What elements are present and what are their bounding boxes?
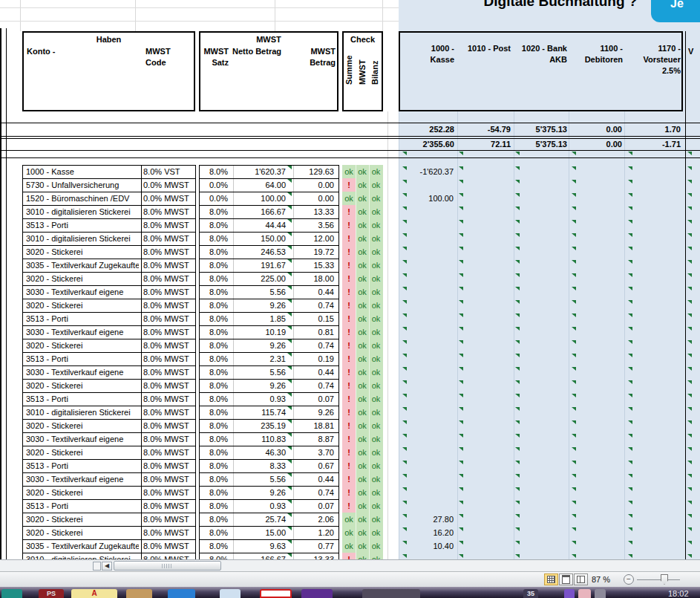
- mwst-code-cell[interactable]: 0.0% MWST: [143, 192, 194, 205]
- netto-betrag-cell[interactable]: 225.00: [223, 273, 286, 285]
- mwst-code-cell[interactable]: 8.0% MWST: [143, 299, 194, 312]
- konto-cell[interactable]: 1000 - Kasse: [26, 166, 139, 178]
- check-mwst-cell[interactable]: ok: [356, 553, 369, 559]
- netto-betrag-cell[interactable]: 9.26: [223, 339, 286, 352]
- mwst-betrag-cell[interactable]: 0.74: [282, 299, 334, 312]
- konto-cell[interactable]: 3020 - Stickerei: [26, 420, 139, 432]
- check-summe-cell[interactable]: !: [342, 218, 356, 232]
- check-bilanz-cell[interactable]: ok: [369, 285, 383, 299]
- check-bilanz-cell[interactable]: ok: [369, 245, 383, 259]
- check-bilanz-cell[interactable]: ok: [369, 392, 383, 406]
- check-summe-cell[interactable]: !: [342, 365, 356, 379]
- tab-split-handle[interactable]: [93, 562, 101, 571]
- konto-cell[interactable]: 3030 - Textilverkauf eigene: [26, 326, 139, 339]
- netto-betrag-cell[interactable]: 0.93: [223, 393, 286, 406]
- check-mwst-cell[interactable]: ok: [356, 205, 369, 218]
- netto-betrag-cell[interactable]: 166.67: [223, 206, 286, 218]
- mwst-code-cell[interactable]: 8.0% MWST: [143, 460, 194, 472]
- check-mwst-cell[interactable]: ok: [356, 432, 369, 446]
- check-summe-cell[interactable]: !: [342, 272, 356, 285]
- mwst-code-cell[interactable]: 8.0% MWST: [143, 313, 194, 325]
- netto-betrag-cell[interactable]: 44.44: [223, 219, 286, 232]
- mwst-betrag-cell[interactable]: 13.33: [282, 206, 334, 218]
- konto-cell[interactable]: 3010 - digitalisieren Stickerei: [26, 406, 139, 419]
- mwst-code-cell[interactable]: 8.0% MWST: [143, 487, 194, 499]
- check-mwst-cell[interactable]: ok: [356, 259, 369, 272]
- check-bilanz-cell[interactable]: ok: [369, 419, 383, 432]
- check-bilanz-cell[interactable]: ok: [369, 312, 383, 325]
- check-summe-cell[interactable]: !: [342, 446, 356, 459]
- check-summe-cell[interactable]: !: [342, 299, 356, 312]
- netto-betrag-cell[interactable]: 2.31: [223, 353, 286, 365]
- check-bilanz-cell[interactable]: ok: [369, 499, 383, 513]
- netto-betrag-cell[interactable]: 246.53: [223, 246, 286, 259]
- check-summe-cell[interactable]: !: [342, 352, 356, 365]
- check-summe-cell[interactable]: !: [342, 245, 356, 259]
- check-mwst-cell[interactable]: ok: [356, 513, 369, 526]
- konto-cell[interactable]: 3020 - Stickerei: [26, 246, 139, 259]
- active-app-button[interactable]: A: [71, 589, 117, 598]
- mwst-betrag-cell[interactable]: 13.33: [282, 553, 334, 559]
- mwst-betrag-cell[interactable]: 18.81: [282, 420, 334, 432]
- check-summe-cell[interactable]: !: [342, 419, 356, 432]
- check-mwst-cell[interactable]: ok: [356, 245, 369, 259]
- mwst-code-cell[interactable]: 8.0% MWST: [143, 286, 194, 299]
- tray-icon-red[interactable]: [578, 589, 591, 598]
- kasse-value-cell[interactable]: 16.20: [399, 527, 454, 539]
- mwst-betrag-cell[interactable]: 18.00: [282, 273, 334, 285]
- konto-cell[interactable]: 3010 - digitalisieren Stickerei: [26, 553, 139, 559]
- zoom-level[interactable]: 87 %: [592, 575, 610, 584]
- mwst-betrag-cell[interactable]: 8.87: [282, 433, 334, 446]
- check-mwst-cell[interactable]: ok: [356, 379, 369, 392]
- check-bilanz-cell[interactable]: ok: [369, 486, 383, 499]
- zoom-out-button[interactable]: −: [624, 574, 634, 585]
- check-summe-cell[interactable]: !: [342, 486, 356, 499]
- netto-betrag-cell[interactable]: 46.30: [223, 446, 286, 459]
- mwst-code-cell[interactable]: 8.0% MWST: [143, 500, 194, 513]
- check-mwst-cell[interactable]: ok: [356, 392, 369, 406]
- tray-icon-gray[interactable]: [595, 589, 606, 598]
- check-bilanz-cell[interactable]: ok: [369, 192, 383, 205]
- netto-betrag-cell[interactable]: 10.19: [223, 326, 286, 339]
- check-mwst-cell[interactable]: ok: [356, 178, 369, 192]
- mwst-code-cell[interactable]: 8.0% MWST: [143, 259, 194, 272]
- netto-betrag-cell[interactable]: 9.63: [223, 540, 286, 553]
- check-mwst-cell[interactable]: ok: [356, 406, 369, 419]
- mwst-betrag-cell[interactable]: 0.00: [282, 192, 334, 205]
- check-bilanz-cell[interactable]: ok: [369, 406, 383, 419]
- tray-item-count[interactable]: 35: [523, 589, 538, 598]
- mwst-betrag-cell[interactable]: 12.00: [282, 233, 334, 245]
- check-mwst-cell[interactable]: ok: [356, 325, 369, 339]
- konto-cell[interactable]: 3035 - Textilverkauf Zugekauftes: [26, 540, 139, 553]
- mwst-code-cell[interactable]: 8.0% VST: [143, 166, 194, 178]
- konto-cell[interactable]: 3020 - Stickerei: [26, 446, 139, 459]
- mwst-betrag-cell[interactable]: 0.44: [282, 286, 334, 299]
- photoshop-icon[interactable]: PS: [39, 589, 64, 598]
- netto-betrag-cell[interactable]: 100.00: [223, 192, 286, 205]
- netto-betrag-cell[interactable]: 9.26: [223, 487, 286, 499]
- mwst-code-cell[interactable]: 8.0% MWST: [143, 380, 194, 392]
- check-mwst-cell[interactable]: ok: [356, 165, 369, 178]
- mwst-code-cell[interactable]: 8.0% MWST: [143, 339, 194, 352]
- konto-cell[interactable]: 3513 - Porti: [26, 460, 139, 472]
- check-mwst-cell[interactable]: ok: [356, 312, 369, 325]
- mwst-code-cell[interactable]: 8.0% MWST: [143, 273, 194, 285]
- check-summe-cell[interactable]: !: [342, 325, 356, 339]
- konto-cell[interactable]: 3020 - Stickerei: [26, 527, 139, 539]
- mwst-betrag-cell[interactable]: 0.74: [282, 380, 334, 392]
- mwst-betrag-cell[interactable]: 0.07: [282, 393, 334, 406]
- view-page-break-button[interactable]: [574, 573, 588, 585]
- kasse-value-cell[interactable]: 10.40: [399, 540, 454, 553]
- mwst-code-cell[interactable]: 8.0% MWST: [143, 433, 194, 446]
- check-summe-cell[interactable]: ok: [342, 165, 356, 178]
- netto-betrag-cell[interactable]: 150.00: [223, 233, 286, 245]
- mwst-code-cell[interactable]: 8.0% MWST: [143, 393, 194, 406]
- netto-betrag-cell[interactable]: 15.00: [223, 527, 286, 539]
- check-bilanz-cell[interactable]: ok: [369, 539, 383, 553]
- mwst-betrag-cell[interactable]: 1.20: [282, 527, 334, 539]
- konto-cell[interactable]: 3030 - Textilverkauf eigene: [26, 433, 139, 446]
- check-bilanz-cell[interactable]: ok: [369, 325, 383, 339]
- netto-betrag-cell[interactable]: 0.93: [223, 500, 286, 513]
- mwst-betrag-cell[interactable]: 129.63: [282, 166, 334, 178]
- check-bilanz-cell[interactable]: ok: [369, 218, 383, 232]
